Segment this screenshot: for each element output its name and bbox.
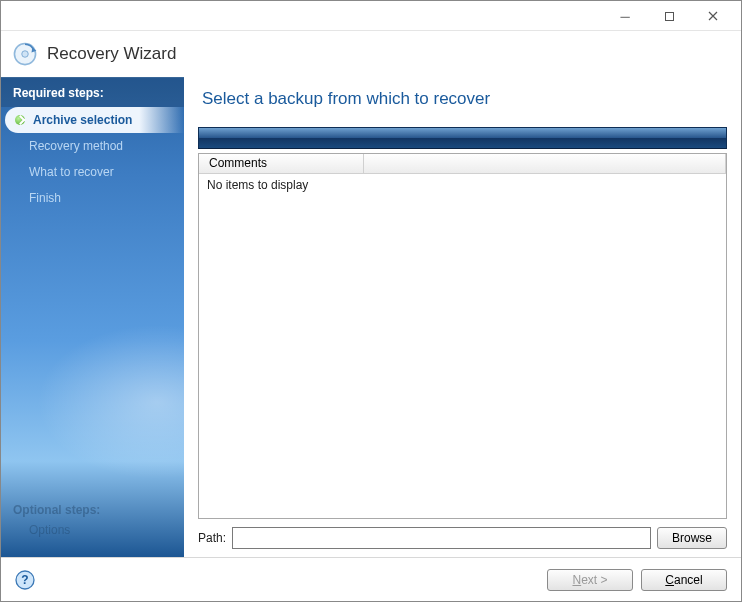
path-input[interactable] — [232, 527, 651, 549]
step-label: Archive selection — [33, 113, 132, 127]
main-panel: Select a backup from which to recover Co… — [184, 77, 741, 557]
backup-list-panel: Comments No items to display — [198, 153, 727, 519]
svg-text:?: ? — [21, 573, 28, 587]
panel-header-bar — [198, 127, 727, 149]
titlebar: ─ — [1, 1, 741, 31]
recovery-wizard-icon — [11, 40, 39, 68]
svg-point-1 — [22, 51, 29, 58]
cancel-button[interactable]: Cancel — [641, 569, 727, 591]
sidebar: Required steps: Archive selection Recove… — [1, 77, 184, 557]
step-label: What to recover — [29, 165, 114, 179]
backup-list-body[interactable]: No items to display — [199, 174, 726, 518]
step-recovery-method[interactable]: Recovery method — [1, 133, 184, 159]
wizard-title: Recovery Wizard — [47, 44, 176, 64]
column-comments[interactable]: Comments — [199, 154, 364, 173]
maximize-button[interactable] — [647, 5, 691, 27]
sidebar-required-header: Required steps: — [1, 77, 184, 107]
step-what-to-recover[interactable]: What to recover — [1, 159, 184, 185]
path-row: Path: Browse — [198, 527, 727, 549]
browse-button[interactable]: Browse — [657, 527, 727, 549]
step-label: Finish — [29, 191, 61, 205]
next-button[interactable]: Next > — [547, 569, 633, 591]
help-icon[interactable]: ? — [15, 570, 35, 590]
wizard-footer: ? Next > Cancel — [1, 557, 741, 601]
close-button[interactable] — [691, 5, 735, 27]
step-label: Recovery method — [29, 139, 123, 153]
column-spacer[interactable] — [364, 154, 726, 173]
empty-list-text: No items to display — [207, 178, 308, 192]
path-label: Path: — [198, 531, 226, 545]
step-finish[interactable]: Finish — [1, 185, 184, 211]
column-headers: Comments — [199, 154, 726, 174]
recovery-wizard-window: ─ Recovery Wizard Required steps: Archiv… — [0, 0, 742, 602]
minimize-button[interactable]: ─ — [603, 5, 647, 27]
sidebar-steps: Archive selection Recovery method What t… — [1, 107, 184, 211]
page-title: Select a backup from which to recover — [202, 89, 727, 109]
wizard-header: Recovery Wizard — [1, 31, 741, 77]
step-archive-selection[interactable]: Archive selection — [5, 107, 184, 133]
sidebar-optional-header: Optional steps: — [13, 503, 100, 517]
sidebar-optional-options: Options — [29, 523, 70, 537]
